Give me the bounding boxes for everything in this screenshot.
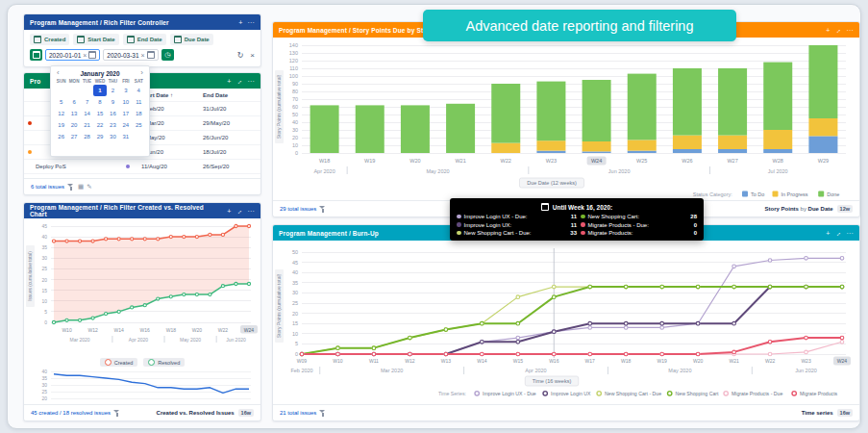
expand-icon[interactable]: ↔ bbox=[236, 78, 242, 85]
filter-chip-end-date[interactable]: End Date bbox=[123, 34, 166, 45]
svg-text:15: 15 bbox=[292, 320, 298, 326]
move-icon[interactable]: + bbox=[227, 78, 231, 85]
more-icon[interactable]: ··· bbox=[847, 230, 854, 237]
more-icon[interactable]: ··· bbox=[847, 27, 854, 34]
calendar-day[interactable]: 29 bbox=[93, 131, 106, 142]
pencil-icon[interactable]: ✎ bbox=[87, 183, 91, 191]
calendar-icon[interactable] bbox=[88, 51, 96, 59]
rich-filter-icon[interactable] bbox=[113, 409, 121, 417]
calendar-day[interactable]: 15 bbox=[93, 108, 106, 119]
calendar-day[interactable]: 14 bbox=[81, 108, 93, 119]
table-row[interactable]: Deploy PoS11/Aug/2026/Sep/20 bbox=[24, 159, 260, 173]
date-from-input[interactable]: 2020-01-01 × bbox=[45, 49, 100, 61]
burn-up-chart[interactable]: 05101520253035404550Story Points (cumula… bbox=[273, 241, 859, 407]
calendar-day[interactable]: 23 bbox=[107, 119, 119, 131]
more-icon[interactable]: ··· bbox=[248, 208, 255, 215]
calendar-day[interactable]: 19 bbox=[55, 119, 67, 131]
calendar-day[interactable]: 20 bbox=[67, 119, 80, 131]
end-date-cell: 31/Jul/20 bbox=[203, 106, 226, 112]
calendar-day[interactable]: 6 bbox=[67, 96, 80, 108]
footer-chart-name: Time series bbox=[802, 410, 833, 416]
clear-icon[interactable]: × bbox=[83, 52, 87, 59]
svg-text:Status Category:: Status Category: bbox=[693, 191, 732, 197]
svg-text:50: 50 bbox=[292, 249, 298, 255]
calendar-day[interactable]: 5 bbox=[55, 96, 67, 108]
expand-icon[interactable]: ↔ bbox=[834, 230, 841, 237]
more-icon[interactable]: ··· bbox=[248, 19, 255, 26]
svg-text:35: 35 bbox=[41, 375, 47, 381]
filter-chip-start-date[interactable]: Start Date bbox=[73, 34, 118, 45]
unresolved-trend-chart[interactable]: 2025303540 bbox=[24, 368, 260, 406]
svg-text:W22: W22 bbox=[218, 327, 229, 333]
calendar-day[interactable]: 21 bbox=[81, 119, 93, 131]
weeks-badge[interactable]: 12w bbox=[837, 205, 853, 213]
calendar-day[interactable]: 22 bbox=[93, 119, 106, 131]
calendar-day[interactable]: 30 bbox=[107, 131, 119, 142]
calendar-blank bbox=[81, 85, 93, 96]
calendar-icon[interactable] bbox=[147, 51, 155, 59]
legend-resolved[interactable]: Resolved bbox=[143, 358, 185, 367]
grid-icon[interactable]: ▦ bbox=[78, 183, 84, 191]
tooltip-entry-value: 11 bbox=[561, 214, 577, 219]
calendar-day[interactable]: 2 bbox=[107, 85, 119, 96]
expand-icon[interactable]: ↔ bbox=[834, 27, 841, 34]
svg-text:Mar 2020: Mar 2020 bbox=[70, 337, 90, 343]
clear-icon[interactable]: × bbox=[141, 52, 145, 59]
series-dot-icon bbox=[457, 215, 461, 219]
calendar-day[interactable]: 25 bbox=[133, 119, 145, 131]
calendar-day[interactable]: 4 bbox=[133, 85, 145, 96]
total-issues-link[interactable]: 45 created / 18 resolved issues bbox=[31, 410, 111, 416]
calendar-day[interactable]: 27 bbox=[67, 131, 80, 142]
svg-text:Time (16 weeks): Time (16 weeks) bbox=[533, 378, 572, 384]
calendar-day[interactable]: 28 bbox=[81, 131, 93, 142]
close-icon[interactable]: × bbox=[250, 51, 255, 60]
total-issues-link[interactable]: 29 total issues bbox=[280, 206, 316, 212]
next-month-icon[interactable]: › bbox=[140, 69, 143, 77]
footer-chart-name: Created vs. Resolved Issues bbox=[157, 410, 235, 416]
calendar-day[interactable]: 13 bbox=[67, 108, 80, 119]
calendar-day[interactable]: 7 bbox=[81, 96, 93, 108]
move-icon[interactable]: + bbox=[826, 230, 830, 237]
move-icon[interactable]: + bbox=[826, 27, 830, 34]
panel-footer: 45 created / 18 resolved issues Created … bbox=[24, 404, 260, 420]
move-icon[interactable]: + bbox=[227, 208, 231, 215]
calendar-day[interactable]: 18 bbox=[133, 108, 145, 119]
calendar-icon bbox=[127, 36, 135, 43]
weeks-badge[interactable]: 16w bbox=[837, 409, 853, 417]
calendar-day[interactable]: 9 bbox=[107, 96, 119, 108]
total-issues-link[interactable]: 6 total issues bbox=[31, 184, 64, 190]
svg-text:30: 30 bbox=[292, 127, 298, 133]
stacked-bar-chart[interactable]: 0102030405060708090100110120130140Story … bbox=[273, 38, 859, 203]
calendar-day[interactable]: 26 bbox=[55, 131, 67, 142]
calendar-day[interactable]: 10 bbox=[119, 96, 132, 108]
filter-chip-due-date[interactable]: Due Date bbox=[170, 34, 213, 45]
created-resolved-chart[interactable]: 051015202530354045Issues (cumulative tot… bbox=[24, 218, 260, 357]
calendar-day[interactable]: 8 bbox=[93, 96, 106, 108]
rich-filter-icon[interactable] bbox=[67, 183, 75, 191]
weekday-label: WED bbox=[93, 79, 106, 84]
svg-text:W20: W20 bbox=[192, 327, 203, 333]
total-issues-link[interactable]: 21 total issues bbox=[280, 410, 316, 416]
rich-filter-icon[interactable] bbox=[319, 409, 327, 417]
more-icon[interactable]: ··· bbox=[248, 78, 255, 85]
calendar-day[interactable]: 3 bbox=[119, 85, 132, 96]
calendar-day[interactable]: 12 bbox=[55, 108, 67, 119]
weeks-badge[interactable]: 16w bbox=[238, 409, 254, 417]
calendar-day[interactable]: 16 bbox=[107, 108, 119, 119]
column-end-date[interactable]: End Date bbox=[203, 92, 228, 98]
calendar-day[interactable]: 24 bbox=[119, 119, 132, 131]
calendar-day[interactable]: 17 bbox=[119, 108, 132, 119]
history-button[interactable]: ◷ bbox=[161, 49, 174, 61]
date-to-input[interactable]: 2020-03-31 × bbox=[103, 49, 158, 61]
filter-chip-created[interactable]: Created bbox=[30, 34, 69, 45]
calendar-day[interactable]: 31 bbox=[119, 131, 132, 142]
move-icon[interactable]: + bbox=[238, 19, 242, 26]
rich-filter-icon[interactable] bbox=[319, 205, 327, 213]
expand-icon[interactable]: ↔ bbox=[236, 208, 242, 215]
calendar-day[interactable]: 1 bbox=[93, 85, 106, 96]
svg-text:Improve Login UX: Improve Login UX bbox=[551, 391, 591, 396]
calendar-day[interactable]: 11 bbox=[133, 96, 145, 108]
calendar-button[interactable] bbox=[30, 49, 42, 61]
legend-created[interactable]: Created bbox=[100, 358, 138, 367]
refresh-icon[interactable]: ↻ bbox=[237, 51, 244, 60]
